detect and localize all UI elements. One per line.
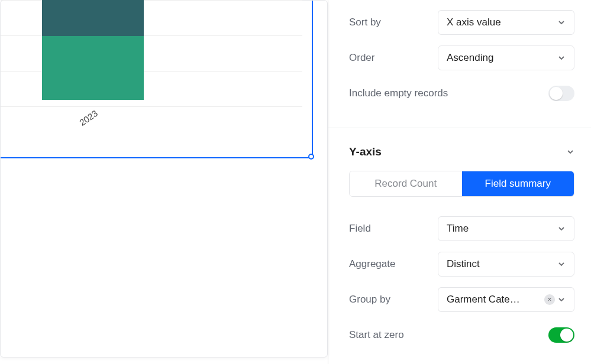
sort-by-select[interactable]: X axis value [438,10,574,35]
field-select[interactable]: Time [438,216,574,241]
order-label: Order [349,52,438,64]
sort-by-value: X axis value [447,17,501,28]
include-empty-row: Include empty records [349,76,574,111]
chevron-down-icon [557,225,566,233]
start-at-zero-row: Start at zero [349,317,574,353]
aggregate-value: Distinct [447,258,480,270]
chevron-down-icon [557,18,566,27]
aggregate-row: Aggregate Distinct [349,246,574,282]
group-by-value: Garment Categ… [447,294,524,306]
x-axis-tick-label: 2023 [77,108,99,128]
chevron-down-icon [557,54,566,62]
chevron-down-icon [557,295,566,304]
stacked-bar-2023[interactable] [42,0,178,100]
group-by-row: Group by Garment Categ… × [349,282,574,317]
bar-segment-a [42,0,144,36]
section-divider [328,128,591,128]
include-empty-toggle[interactable] [548,86,574,101]
sort-by-label: Sort by [349,17,438,28]
tab-field-summary[interactable]: Field summary [462,171,574,196]
chart-preview-panel: 2023 [0,0,328,364]
chart-config-panel: Sort by X axis value Order Ascending Inc… [328,0,591,364]
aggregate-label: Aggregate [349,258,438,270]
toggle-knob [560,329,573,342]
group-by-select[interactable]: Garment Categ… × [438,287,574,312]
toggle-knob [550,87,563,100]
field-row: Field Time [349,211,574,246]
group-by-label: Group by [349,294,438,306]
order-value: Ascending [447,52,493,64]
chevron-down-icon [566,148,574,156]
start-at-zero-toggle[interactable] [548,327,574,343]
aggregate-select[interactable]: Distinct [438,252,574,277]
y-axis-title: Y-axis [349,145,382,158]
selected-chart-frame[interactable]: 2023 [1,1,313,158]
include-empty-label: Include empty records [349,87,448,99]
clear-group-by-icon[interactable]: × [544,294,555,305]
resize-handle-icon[interactable] [308,154,314,160]
chevron-down-icon [557,260,566,268]
start-at-zero-label: Start at zero [349,329,404,341]
tab-record-count[interactable]: Record Count [350,171,462,196]
y-axis-mode-tabs: Record Count Field summary [349,171,574,197]
order-select[interactable]: Ascending [438,46,574,70]
field-value: Time [447,223,469,235]
y-axis-section-header[interactable]: Y-axis [349,145,574,159]
sort-by-row: Sort by X axis value [349,5,574,40]
preview-card: 2023 [0,0,328,358]
order-row: Order Ascending [349,40,574,76]
field-label: Field [349,223,438,235]
bar-segment-b [42,36,144,100]
